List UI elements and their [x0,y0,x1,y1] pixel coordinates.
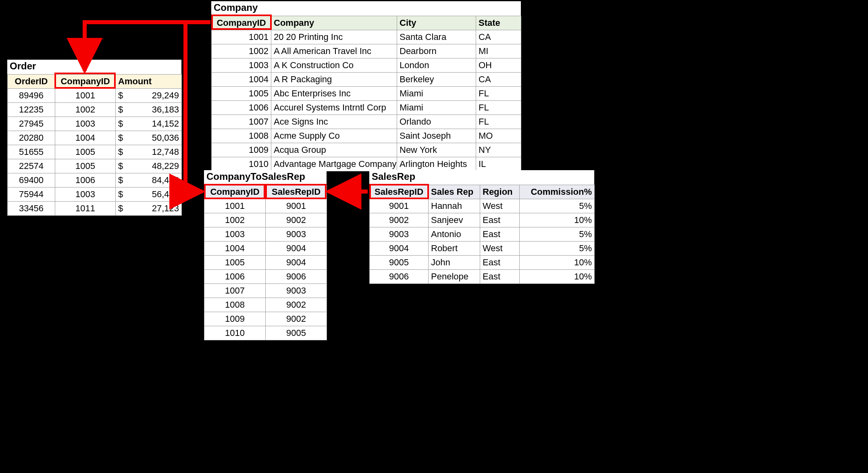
cell-orderid: 22574 [8,159,55,173]
cell-companyid: 1002 [212,44,271,58]
cell-company: Acme Supply Co [271,129,397,143]
cell-salesrepid: 9006 [266,270,327,284]
cell-companyid: 1004 [55,131,116,145]
cell-state: FL [476,115,521,129]
table-row: 1003A K Construction CoLondonOH [212,58,521,73]
cell-salesrep: Hannah [429,199,480,213]
cell-city: Orlando [397,115,476,129]
cell-companyid: 1011 [55,202,116,216]
cell-company: Acqua Group [271,143,397,157]
table-row: 10059004 [204,256,327,270]
cell-companyid: 1005 [204,256,266,270]
table-row: 1002A All American Travel IncDearbornMI [212,44,521,58]
table-row: 516551005$12,748 [8,145,182,159]
cell-companyid: 1005 [55,159,116,173]
cell-state: IL [476,157,521,171]
cell-company: Accurel Systems Intrntl Corp [271,101,397,115]
cell-companyid: 1004 [212,73,271,87]
table-row: 279451003$14,152 [8,117,182,131]
cell-region: East [480,270,520,284]
cell-orderid: 27945 [8,117,55,131]
cell-salesrepid: 9006 [370,270,429,284]
table-row: 1008Acme Supply CoSaint JosephMO [212,129,521,143]
cell-companyid: 1009 [212,143,271,157]
cell-companyid: 1003 [204,227,266,242]
cell-salesrep: Sanjeev [429,213,480,227]
cell-salesrepid: 9005 [370,256,429,270]
cell-region: West [480,199,520,213]
cell-orderid: 12235 [8,103,55,117]
cell-companyid: 1001 [55,89,116,103]
table-row: 1009Acqua GroupNew YorkNY [212,143,521,157]
table-row: 694001006$84,453 [8,173,182,188]
cell-city: New York [397,143,476,157]
cell-state: MO [476,129,521,143]
cell-salesrep: Penelope [429,270,480,284]
cell-amount: $14,152 [116,117,182,131]
table-row: 10019001 [204,199,327,213]
cell-salesrepid: 9003 [370,227,429,242]
cell-amount: $27,123 [116,202,182,216]
cell-amount: $56,425 [116,188,182,202]
cell-commission: 10% [520,213,595,227]
cell-orderid: 89496 [8,89,55,103]
cell-region: East [480,227,520,242]
cell-orderid: 75944 [8,188,55,202]
cell-company: 20 20 Printing Inc [271,30,397,44]
table-row: 1004A R PackagingBerkeleyCA [212,73,521,87]
cell-city: Arlington Heights [397,157,476,171]
highlight-map-companyid [204,184,265,199]
cell-city: Dearborn [397,44,476,58]
company-title: Company [211,1,521,16]
table-row: 759441003$56,425 [8,188,182,202]
table-row: 9006PenelopeEast10% [370,270,595,284]
table-row: 1010Advantage Martgage CompanyArlington … [212,157,521,171]
cell-company: A K Construction Co [271,58,397,73]
table-row: 1006Accurel Systems Intrntl CorpMiamiFL [212,101,521,115]
cell-salesrepid: 9002 [266,312,327,326]
cell-commission: 5% [520,199,595,213]
rep-col-region: Region [480,185,520,199]
cell-state: CA [476,73,521,87]
cell-companyid: 1010 [212,157,271,171]
order-col-orderid: OrderID [8,75,55,89]
cell-companyid: 1008 [212,129,271,143]
cell-company: Ace Signs Inc [271,115,397,129]
company-col-city: City [397,16,476,30]
cell-company: Abc Enterprises Inc [271,87,397,101]
table-row: 100120 20 Printing IncSanta ClaraCA [212,30,521,44]
cell-salesrepid: 9002 [266,298,327,312]
cell-amount: $84,453 [116,173,182,188]
cell-companyid: 1008 [204,298,266,312]
highlight-map-salesrepid [265,184,327,199]
table-row: 225741005$48,229 [8,159,182,173]
order-col-amount: Amount [116,75,182,89]
cell-city: Saint Joseph [397,129,476,143]
cell-salesrep: John [429,256,480,270]
table-row: 894961001$29,249 [8,89,182,103]
cell-companyid: 1006 [204,270,266,284]
order-title: Order [7,60,181,74]
table-row: 10089002 [204,298,327,312]
cell-state: CA [476,30,521,44]
cell-city: London [397,58,476,73]
cell-orderid: 51655 [8,145,55,159]
rep-title: SalesRep [369,170,594,185]
cell-state: FL [476,87,521,101]
table-row: 10039003 [204,227,327,242]
cell-salesrepid: 9001 [370,199,429,213]
cell-commission: 5% [520,242,595,256]
cell-salesrepid: 9001 [266,199,327,213]
cell-companyid: 1005 [55,145,116,159]
cell-state: MI [476,44,521,58]
cell-companyid: 1007 [204,284,266,298]
table-row: 9002SanjeevEast10% [370,213,595,227]
table-row: 10029002 [204,213,327,227]
cell-companyid: 1002 [55,103,116,117]
cell-salesrepid: 9004 [266,256,327,270]
cell-salesrepid: 9005 [266,326,327,340]
table-row: 122351002$36,183 [8,103,182,117]
table-row: 9001HannahWest5% [370,199,595,213]
table-row: 10049004 [204,242,327,256]
table-row: 10069006 [204,270,327,284]
